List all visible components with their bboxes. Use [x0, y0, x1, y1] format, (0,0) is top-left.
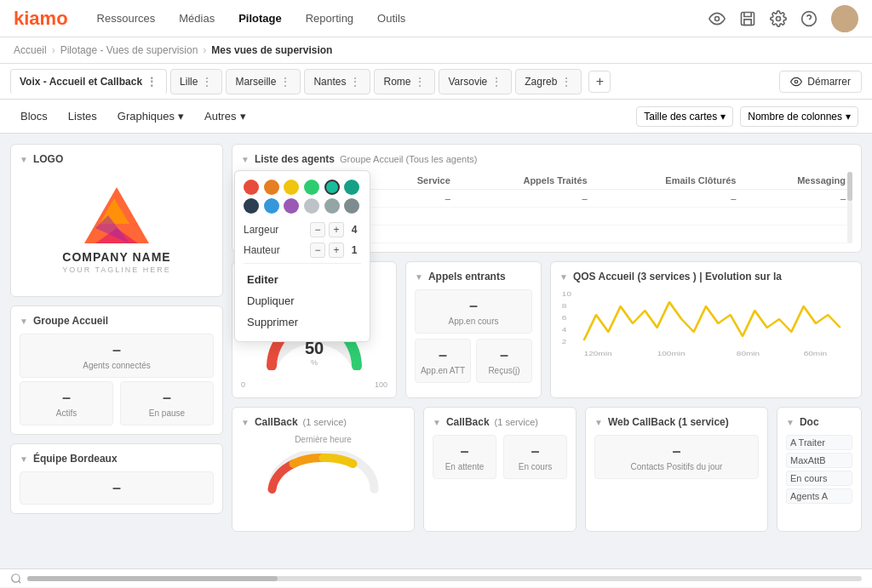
user-avatar[interactable]	[831, 5, 858, 32]
callback2-subtitle: (1 service)	[495, 417, 538, 427]
color-gray[interactable]	[324, 198, 340, 214]
breadcrumb-home[interactable]: Accueil	[14, 44, 47, 56]
tab-voix-accueil[interactable]: Voix - Accueil et Callback ⋮	[10, 69, 167, 94]
logo-card: ▼ LOGO COMPANY NAME YOUR TAGLINE HERE	[10, 144, 223, 297]
logo-company-name: COMPANY NAME	[62, 250, 170, 264]
help-icon[interactable]	[800, 10, 818, 27]
callback2-card: ▼ CallBack (1 service) – En attente – En…	[423, 407, 577, 532]
scrollbar-track[interactable]	[847, 172, 852, 243]
largeur-minus[interactable]: −	[310, 222, 325, 237]
equipe-stat-val: –	[24, 479, 209, 497]
scroll-thumb-bottom[interactable]	[27, 576, 278, 581]
doc-item-3: En cours	[786, 471, 852, 486]
nombre-colonnes-button[interactable]: Nombre de colonnes ▾	[740, 106, 858, 127]
stat-en-cours: – En cours	[503, 435, 567, 479]
tab-dots-rome[interactable]: ⋮	[414, 75, 426, 88]
popup-dupliquer[interactable]: Dupliquer	[244, 290, 361, 311]
search-icon[interactable]	[10, 573, 22, 585]
popup-editer[interactable]: Editer	[244, 269, 361, 290]
svg-text:10: 10	[562, 291, 571, 298]
left-column: ▼ LOGO COMPANY NAME YOUR TAGLINE HERE ▼ …	[10, 144, 223, 532]
appels-stats2: – App.en ATT – Reçus(j)	[415, 339, 532, 383]
nav-ressources[interactable]: Ressources	[95, 9, 158, 28]
logo-tagline: YOUR TAGLINE HERE	[62, 265, 171, 274]
tab-rome[interactable]: Rome ⋮	[374, 69, 435, 94]
tab-dots-zagreb[interactable]: ⋮	[560, 75, 572, 88]
nav-outils[interactable]: Outils	[376, 9, 407, 28]
qos-chart-svg: 10 8 6 4 2 120min 100min 80min 60min	[559, 289, 852, 357]
eye-icon[interactable]	[708, 10, 726, 27]
logo-area: COMPANY NAME YOUR TAGLINE HERE	[20, 172, 214, 288]
brand-logo[interactable]: kiamo	[14, 8, 68, 30]
tab-dots-lille[interactable]: ⋮	[201, 75, 213, 88]
second-bottom-row: ▼ CallBack (1 service) Dernière heure ▼ …	[232, 407, 862, 532]
tab-lille[interactable]: Lille ⋮	[170, 69, 222, 94]
col-emails: Emails Clôturés	[594, 172, 743, 190]
autres-button[interactable]: Autres ▾	[198, 106, 253, 126]
color-yellow[interactable]	[284, 180, 299, 195]
tab-dots-marseille[interactable]: ⋮	[279, 75, 291, 88]
stat-app-cours: – App.en cours	[415, 289, 532, 334]
color-dark[interactable]	[244, 198, 259, 214]
scroll-track-bottom[interactable]	[27, 576, 862, 581]
stat-val-actifs: –	[24, 389, 109, 407]
hauteur-plus[interactable]: +	[329, 243, 344, 258]
gauge-value-display: 50 %	[305, 339, 324, 367]
agents-header: ▼ Liste des agents Groupe Accueil (Tous …	[241, 153, 852, 165]
svg-text:80min: 80min	[737, 351, 760, 357]
svg-point-22	[12, 574, 20, 581]
color-blue[interactable]	[264, 198, 279, 214]
color-purple[interactable]	[284, 198, 299, 214]
navbar: kiamo Ressources Médias Pilotage Reporti…	[0, 0, 872, 37]
blocs-button[interactable]: Blocs	[14, 106, 54, 126]
groupe-title: Groupe Accueil	[33, 315, 108, 327]
scrollbar-thumb[interactable]	[847, 172, 852, 201]
tab-dots-nantes[interactable]: ⋮	[349, 75, 361, 88]
settings-icon[interactable]	[770, 10, 787, 27]
taille-cartes-button[interactable]: Taille des cartes ▾	[636, 106, 733, 127]
nav-reporting[interactable]: Reporting	[304, 9, 355, 28]
tab-add-button[interactable]: +	[588, 71, 611, 93]
callback2-header: ▼ CallBack (1 service)	[433, 416, 567, 428]
color-orange[interactable]	[264, 180, 279, 195]
callback1-header: ▼ CallBack (1 service)	[241, 416, 405, 428]
toolbar-right: Taille des cartes ▾ Nombre de colonnes ▾	[636, 106, 858, 127]
color-dark-gray[interactable]	[344, 198, 359, 214]
toolbar: Blocs Listes Graphiques ▾ Autres ▾ Taill…	[0, 100, 872, 134]
color-green[interactable]	[304, 180, 319, 195]
color-teal[interactable]	[324, 180, 340, 195]
color-light-gray[interactable]	[304, 198, 319, 214]
qos-card: ▼ QOS Accueil (3 services ) | Evolution …	[550, 261, 862, 398]
breadcrumb-pilotage[interactable]: Pilotage - Vues de supervision	[60, 44, 198, 56]
color-grid	[244, 180, 361, 214]
color-dark-teal[interactable]	[344, 180, 359, 195]
callback1-gauge-svg	[241, 451, 405, 494]
tab-dots-voix[interactable]: ⋮	[146, 75, 158, 88]
appels-title: Appels entrants	[428, 271, 506, 283]
nav-medias[interactable]: Médias	[177, 9, 216, 28]
svg-point-5	[839, 9, 851, 21]
doc-item-1: A Traiter	[786, 435, 852, 450]
nav-pilotage[interactable]: Pilotage	[237, 9, 284, 28]
tab-varsovie[interactable]: Varsovie ⋮	[439, 69, 512, 94]
stat-val-connectes: –	[24, 341, 209, 359]
tab-nantes[interactable]: Nantes ⋮	[304, 69, 370, 94]
color-red[interactable]	[244, 180, 259, 195]
tab-marseille[interactable]: Marseille ⋮	[226, 69, 301, 94]
largeur-controls: − + 4	[310, 222, 361, 237]
largeur-plus[interactable]: +	[329, 222, 344, 237]
callback2-chevron: ▼	[433, 418, 441, 427]
graphiques-button[interactable]: Graphiques ▾	[111, 106, 191, 126]
popup-supprimer[interactable]: Supprimer	[244, 311, 361, 333]
agents-title: Liste des agents	[255, 153, 335, 165]
demarrer-button[interactable]: Démarrer	[779, 71, 862, 93]
web-callback-title: Web CallBack (1 service)	[608, 416, 729, 428]
hauteur-minus[interactable]: −	[310, 243, 325, 258]
equipe-title: Équipe Bordeaux	[33, 453, 118, 465]
listes-button[interactable]: Listes	[61, 106, 104, 126]
tab-dots-varsovie[interactable]: ⋮	[490, 75, 502, 88]
save-icon[interactable]	[739, 10, 756, 27]
tab-zagreb[interactable]: Zagreb ⋮	[515, 69, 582, 94]
callback1-title: CallBack	[255, 416, 298, 428]
doc-title: Doc	[800, 416, 819, 428]
